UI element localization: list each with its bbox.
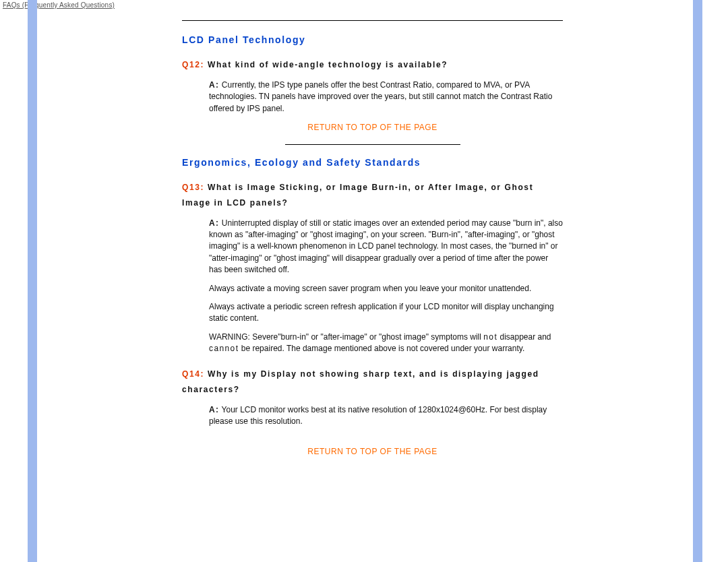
q13-a-label: A: [209, 218, 219, 228]
section-title-ergo: Ergonomics, Ecology and Safety Standards [182, 157, 563, 168]
divider-mid [285, 144, 460, 145]
return-top-link-2[interactable]: RETURN TO TOP OF THE PAGE [182, 447, 563, 456]
q12-text: What kind of wide-angle technology is av… [208, 60, 448, 69]
right-margin-bar [693, 0, 702, 562]
left-margin-bar [28, 0, 37, 562]
q13-warn-not2: cannot [209, 344, 239, 353]
q13-warn-b: disappear and [497, 332, 551, 342]
q12-line: Q12: What kind of wide-angle technology … [182, 57, 563, 73]
page-root: FAQs (Frequently Asked Questions) LCD Pa… [0, 0, 728, 562]
q12-label: Q12: [182, 60, 204, 69]
q14-line: Q14: Why is my Display not showing sharp… [182, 367, 563, 398]
q12-answer: A: Currently, the IPS type panels offer … [209, 80, 563, 115]
divider-top [182, 20, 563, 21]
q14-a-label: A: [209, 405, 219, 414]
q13-warn-c: be repaired. The damage mentioned above … [239, 344, 524, 353]
q14-text: Why is my Display not showing sharp text… [182, 369, 539, 394]
q13-text: What is Image Sticking, or Image Burn-in… [182, 183, 533, 208]
q13-p1: Uninterrupted display of still or static… [209, 218, 563, 275]
content-column: LCD Panel Technology Q12: What kind of w… [182, 20, 563, 466]
q12-answer-text: Currently, the IPS type panels offer the… [209, 80, 552, 113]
q13-warn-not1: not [483, 332, 497, 342]
section-title-lcd: LCD Panel Technology [182, 34, 563, 45]
q13-label: Q13: [182, 183, 204, 192]
q13-answer-1: A: Uninterrupted display of still or sta… [209, 218, 563, 276]
q14-answer: A: Your LCD monitor works best at its na… [209, 404, 563, 428]
q13-answer-3: Always activate a periodic screen refres… [209, 301, 563, 325]
q14-answer-text: Your LCD monitor works best at its nativ… [209, 405, 547, 426]
q12-a-label: A: [209, 80, 219, 90]
doc-header: FAQs (Frequently Asked Questions) [0, 0, 728, 9]
q13-answer-2: Always activate a moving screen saver pr… [209, 283, 563, 294]
q13-warn-a: WARNING: Severe"burn-in" or "after-image… [209, 332, 483, 342]
q14-label: Q14: [182, 369, 204, 379]
q13-warning: WARNING: Severe"burn-in" or "after-image… [209, 332, 563, 355]
q13-line: Q13: What is Image Sticking, or Image Bu… [182, 180, 563, 211]
return-top-link-1[interactable]: RETURN TO TOP OF THE PAGE [182, 123, 563, 132]
